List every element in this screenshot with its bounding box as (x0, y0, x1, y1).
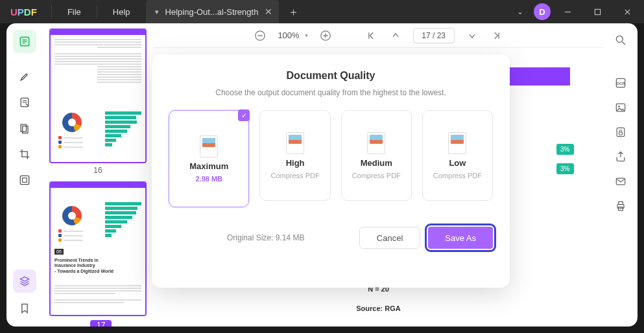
zoom-level[interactable]: 100%▾ (278, 30, 307, 40)
window-close-icon[interactable] (614, 2, 640, 21)
image-icon[interactable] (613, 100, 628, 115)
thumbnail-page-16[interactable] (49, 29, 147, 163)
tab-chevron-icon: ▾ (155, 8, 159, 16)
svg-text:OCR: OCR (617, 82, 626, 86)
svg-rect-4 (23, 126, 28, 133)
first-page-icon[interactable] (364, 29, 378, 43)
chart-value-2: 3% (556, 163, 573, 174)
dialog-title: Document Quality (169, 70, 493, 82)
menu-help[interactable]: Help (101, 7, 142, 17)
email-icon[interactable] (613, 174, 628, 189)
window-maximize-icon[interactable] (584, 2, 610, 21)
tab-title: Helping-Out...al-Strength (165, 7, 259, 17)
thumbnail-panel: 16 05 Prominent Trends in Insurance Indu… (43, 23, 153, 327)
quality-option-medium[interactable]: Medium Compress PDF (341, 110, 412, 201)
svg-point-13 (618, 106, 620, 108)
app-logo: UPDF (0, 6, 47, 17)
tab-close-icon[interactable]: ✕ (265, 6, 272, 17)
layers-icon[interactable] (13, 270, 36, 293)
chart-value-1: 3% (556, 144, 573, 155)
last-page-icon[interactable] (490, 29, 504, 43)
window-minimize-icon[interactable] (555, 2, 580, 21)
protect-icon[interactable] (613, 124, 628, 140)
document-quality-dialog: Document Quality Choose the output docum… (152, 54, 510, 288)
check-icon: ✓ (238, 109, 250, 121)
thumbnail-icon (448, 132, 466, 154)
organize-pages-icon[interactable] (13, 117, 36, 140)
quality-option-maximum[interactable]: ✓ Maximum 2.98 MB (169, 110, 249, 207)
original-size-label: Original Size: 9.14 MB (227, 233, 304, 242)
thumbnail-icon (367, 132, 385, 154)
thumbnail-label-17: 17 (90, 320, 112, 327)
zoom-out-icon[interactable] (253, 29, 267, 43)
quality-option-low[interactable]: Low Compress PDF (422, 110, 493, 201)
prev-page-icon[interactable] (388, 29, 403, 43)
svg-rect-16 (616, 178, 625, 185)
edit-text-icon[interactable] (13, 91, 36, 114)
thumbnail-icon (286, 132, 304, 154)
svg-point-9 (616, 36, 623, 42)
svg-rect-3 (21, 124, 26, 132)
crop-icon[interactable] (13, 143, 36, 166)
reader-mode-icon[interactable] (13, 30, 36, 53)
page-indicator[interactable]: 17 / 23 (413, 28, 455, 43)
thumbnail-icon (200, 135, 218, 157)
title-bar: UPDF File Help ▾ Helping-Out...al-Streng… (0, 0, 644, 23)
document-tab[interactable]: ▾ Helping-Out...al-Strength ✕ (146, 0, 280, 23)
chevron-down-icon: ▾ (305, 32, 308, 39)
thumbnail-label-16: 16 (49, 166, 147, 175)
dialog-subtitle: Choose the output document quality from … (169, 88, 493, 97)
thumbnail-page-17[interactable]: 05 Prominent Trends in Insurance Industr… (49, 181, 147, 316)
svg-rect-18 (619, 201, 623, 204)
save-as-button[interactable]: Save As (428, 227, 493, 249)
highlighter-icon[interactable] (13, 65, 36, 88)
bookmark-icon[interactable] (13, 297, 36, 320)
svg-rect-19 (619, 207, 623, 211)
page-text-source: Source: RGA (200, 304, 557, 312)
print-icon[interactable] (613, 198, 628, 214)
left-toolbar (6, 23, 43, 327)
svg-rect-0 (595, 9, 600, 14)
ocr-icon[interactable]: OCR (613, 75, 628, 91)
watermark-icon[interactable] (13, 168, 36, 192)
tab-overflow-icon[interactable]: ⌄ (510, 3, 530, 20)
right-toolbar: OCR (604, 23, 638, 327)
svg-rect-5 (20, 176, 29, 184)
svg-rect-15 (619, 132, 623, 135)
svg-rect-6 (23, 178, 27, 183)
menu-file[interactable]: File (56, 7, 93, 17)
zoom-in-icon[interactable] (318, 29, 333, 43)
view-toolbar: 100%▾ 17 / 23 (153, 23, 604, 48)
share-icon[interactable] (613, 149, 628, 165)
new-tab-button[interactable]: ＋ (279, 5, 308, 19)
main-area: 16 05 Prominent Trends in Insurance Indu… (6, 23, 638, 327)
user-avatar[interactable]: D (534, 3, 551, 20)
search-icon[interactable] (613, 32, 628, 48)
quality-option-high[interactable]: High Compress PDF (259, 110, 330, 201)
next-page-icon[interactable] (465, 29, 479, 43)
cancel-button[interactable]: Cancel (359, 227, 420, 249)
